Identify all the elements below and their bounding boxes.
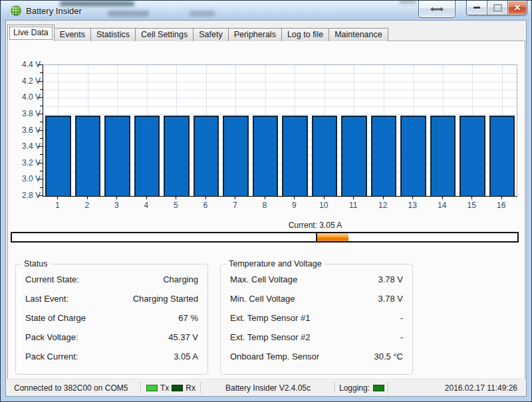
row-label: Last Event: [25,294,68,304]
info-row: Pack Voltage:45.37 V [25,332,198,343]
info-row: Current State:Charging [25,274,198,285]
row-value: 3.78 V [378,294,403,304]
glass-blur-artifact [399,1,416,3]
temperature-voltage-groupbox: Temperature and Voltage Max. Cell Voltag… [220,264,413,375]
row-value: - [400,332,403,343]
tab-live-data[interactable]: Live Data [7,25,55,41]
status-rows: Current State:ChargingLast Event:Chargin… [16,264,207,362]
status-groupbox-title: Status [21,259,50,268]
info-row: Last Event:Charging Started [25,294,198,304]
maximize-button[interactable] [487,1,507,15]
rx-label: Rx [186,383,196,393]
info-row: Onboard Temp. Sensor30.5 °C [230,352,403,362]
tab-maintenance[interactable]: Maintenance [329,28,388,41]
connection-status: Connected to 382C00 on COM5 [6,379,140,396]
minimize-button[interactable] [466,1,487,15]
battery-insider-window: Battery Insider ✕ Live DataEventsStatist… [0,0,532,402]
tab-peripherals[interactable]: Peripherals [228,28,282,41]
window-title: Battery Insider [26,6,82,16]
row-value: Charging Started [133,294,198,304]
row-label: Ext. Temp Sensor #1 [230,313,310,324]
tab-log-to-file[interactable]: Log to file [281,28,329,41]
info-row: Pack Current:3.05 A [25,352,198,362]
tab-cell-settings[interactable]: Cell Settings [135,28,194,41]
logging-indicator-led [373,385,384,391]
temperature-rows: Max. Cell Voltage3.78 VMin. Cell Voltage… [221,264,412,362]
row-value: - [400,313,403,324]
logging-label: Logging: [339,383,370,393]
toggle-size-button[interactable] [418,1,456,18]
maximize-icon [493,4,502,12]
tab-statistics[interactable]: Statistics [90,28,136,41]
txrx-indicators: Tx Rx [142,379,200,396]
row-value: 30.5 °C [374,352,403,362]
temperature-groupbox-title: Temperature and Voltage [226,259,325,268]
rx-indicator-led [172,385,183,391]
row-value: 45.37 V [168,332,198,343]
row-label: Max. Cell Voltage [230,274,297,285]
minimize-icon [473,7,480,9]
row-label: Ext. Temp Sensor #2 [230,332,310,343]
app-version: Battery Insider V2.4.05c [201,379,334,396]
row-label: Current State: [25,274,79,285]
title-bar: Battery Insider ✕ [1,1,531,21]
tx-indicator-led [146,385,158,391]
row-label: Pack Voltage: [25,332,78,343]
row-value: 3.05 A [174,352,198,362]
glass-blur-artifact [108,11,149,17]
info-row: Max. Cell Voltage3.78 V [230,274,403,285]
row-label: Onboard Temp. Sensor [230,352,319,362]
double-arrow-icon [429,5,445,13]
tab-events[interactable]: Events [54,28,91,41]
row-value: Charging [163,274,198,285]
logging-status: Logging: [336,379,388,396]
info-row: Ext. Temp Sensor #1- [230,313,403,324]
status-groupbox: Status Current State:ChargingLast Event:… [15,264,208,375]
row-label: Pack Current: [25,352,78,362]
status-bar: Connected to 382C00 on COM5 Tx Rx Batter… [6,379,526,396]
info-row: State of Charge67 % [25,313,198,324]
current-gauge-label: Current: 3.05 A [262,221,368,230]
current-gauge-fill [317,233,348,241]
caption-buttons: ✕ [466,1,527,15]
row-value: 3.78 V [378,274,403,285]
app-icon [11,5,21,16]
row-label: Min. Cell Voltage [230,294,295,304]
glass-blur-artifact [190,11,215,17]
datetime-display: 2016.02.17 11:49:26 [389,379,526,396]
tx-label: Tx [160,383,169,393]
tab-strip: Live DataEventsStatisticsCell SettingsSa… [7,25,388,41]
tab-safety[interactable]: Safety [193,28,228,41]
info-row: Ext. Temp Sensor #2- [230,332,403,343]
info-row: Min. Cell Voltage3.78 V [230,294,403,304]
current-gauge [11,232,519,243]
row-label: State of Charge [25,313,86,324]
close-icon: ✕ [514,3,521,12]
close-button[interactable]: ✕ [507,1,527,15]
row-value: 67 % [178,313,198,324]
glass-blur-artifact [60,1,134,6]
